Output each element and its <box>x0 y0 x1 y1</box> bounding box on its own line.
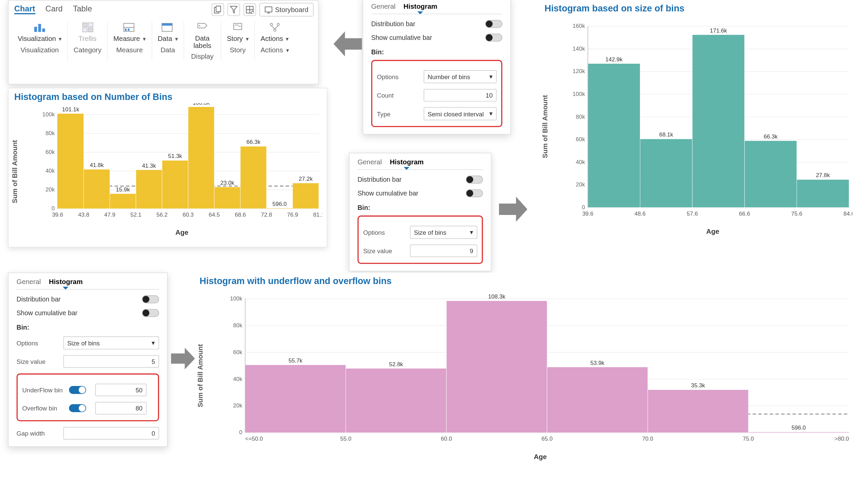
distribution-bar-toggle[interactable] <box>466 176 483 184</box>
size-input[interactable]: 5 <box>63 355 159 367</box>
svg-text:40k: 40k <box>233 376 243 382</box>
options-select[interactable]: Number of bins▾ <box>424 70 497 83</box>
size-input[interactable]: 9 <box>410 244 477 257</box>
label: Show cumulative bar <box>357 190 418 196</box>
svg-text:171.6k: 171.6k <box>710 28 727 34</box>
chevron-down-icon: ▾ <box>489 110 493 117</box>
svg-line-27 <box>271 26 275 29</box>
property-panel-number-bins: General Histogram Distribution bar Show … <box>363 0 511 135</box>
tab-histogram[interactable]: Histogram <box>49 278 83 286</box>
svg-text:100k: 100k <box>42 111 55 118</box>
tab-histogram[interactable]: Histogram <box>390 158 424 166</box>
svg-rect-10 <box>38 24 41 32</box>
chevron-down-icon <box>58 35 62 43</box>
svg-rect-15 <box>88 28 93 32</box>
tab-table[interactable]: Table <box>73 4 92 14</box>
svg-text:66.6: 66.6 <box>739 211 750 217</box>
svg-text:596.0: 596.0 <box>792 425 806 431</box>
svg-text:27.2k: 27.2k <box>299 176 313 182</box>
arrow-right-icon <box>171 348 195 370</box>
data-button[interactable]: Data <box>158 35 178 43</box>
svg-text:55.7k: 55.7k <box>288 358 302 364</box>
svg-text:108.3k: 108.3k <box>488 294 506 300</box>
cumulative-toggle[interactable] <box>142 309 159 317</box>
distribution-bar-toggle[interactable] <box>485 20 502 28</box>
svg-point-24 <box>270 23 272 26</box>
tab-general[interactable]: General <box>371 2 396 10</box>
chart-title: Histogram with underflow and overflow bi… <box>194 273 858 287</box>
tab-card[interactable]: Card <box>45 4 63 14</box>
svg-text:41.8k: 41.8k <box>90 162 104 168</box>
actions-icon <box>267 21 282 33</box>
svg-rect-13 <box>88 23 93 27</box>
storyboard-icon <box>265 6 273 14</box>
group-caption: Story <box>230 46 246 54</box>
chevron-down-icon: ▾ <box>489 73 493 81</box>
cumulative-toggle[interactable] <box>466 189 483 197</box>
overflow-input[interactable]: 80 <box>95 402 147 415</box>
label: Show cumulative bar <box>17 310 77 316</box>
label: Gap width <box>17 430 57 437</box>
visualization-button[interactable]: Visualization <box>18 35 62 43</box>
svg-point-5 <box>251 11 254 14</box>
tab-chart[interactable]: Chart <box>14 4 35 14</box>
svg-text:64.5: 64.5 <box>208 212 220 218</box>
filter-icon[interactable] <box>228 3 240 16</box>
options-select[interactable]: Size of bins▾ <box>63 336 159 349</box>
type-select[interactable]: Semi closed interval▾ <box>424 107 497 120</box>
svg-rect-125 <box>245 365 346 433</box>
svg-rect-9 <box>34 27 37 32</box>
svg-text:140k: 140k <box>572 46 585 52</box>
ribbon-toolbar: Chart Card Table Storyboard Visualizatio… <box>8 0 319 85</box>
svg-rect-96 <box>640 139 692 207</box>
svg-rect-6 <box>265 7 272 12</box>
gap-input[interactable]: 0 <box>63 427 159 439</box>
copy-icon[interactable] <box>212 3 224 16</box>
svg-line-28 <box>275 26 278 29</box>
measure-button[interactable]: Measure <box>114 35 146 43</box>
grid-icon[interactable] <box>244 3 256 16</box>
svg-text:60.0: 60.0 <box>441 436 452 442</box>
svg-rect-102 <box>797 179 849 207</box>
story-button[interactable]: Story <box>227 35 248 43</box>
tab-general[interactable]: General <box>357 158 382 166</box>
svg-point-22 <box>199 25 200 26</box>
underflow-input[interactable]: 50 <box>95 384 147 396</box>
tab-histogram[interactable]: Histogram <box>404 2 437 10</box>
distribution-bar-toggle[interactable] <box>142 296 159 303</box>
svg-text:100k: 100k <box>572 91 585 97</box>
actions-button[interactable]: Actions <box>260 35 289 43</box>
svg-text:57.6: 57.6 <box>687 211 698 217</box>
svg-text:39.6: 39.6 <box>582 211 593 217</box>
tab-general[interactable]: General <box>17 278 41 286</box>
svg-rect-131 <box>547 367 648 433</box>
svg-text:47.9: 47.9 <box>104 212 115 218</box>
count-input[interactable]: 10 <box>424 89 497 101</box>
overflow-toggle[interactable] <box>69 404 86 412</box>
svg-point-25 <box>277 23 279 26</box>
label: Distribution bar <box>371 20 415 27</box>
svg-text:27.8k: 27.8k <box>816 172 830 179</box>
svg-text:80k: 80k <box>233 322 243 329</box>
histogram-plot: 020k40k60k80k100k101.1k41.8k15.9k41.3k51… <box>37 103 327 228</box>
arrow-right-icon <box>499 197 527 222</box>
data-labels-icon <box>195 21 210 33</box>
svg-text:65.0: 65.0 <box>542 436 553 442</box>
svg-rect-133 <box>648 390 748 433</box>
data-labels-button[interactable]: Data labels <box>190 35 215 49</box>
svg-rect-12 <box>83 23 87 27</box>
label: Distribution bar <box>17 296 60 302</box>
chevron-down-icon <box>285 35 289 43</box>
underflow-toggle[interactable] <box>69 386 86 394</box>
label: Distribution bar <box>357 176 401 183</box>
svg-text:81.1: 81.1 <box>313 212 322 218</box>
svg-rect-48 <box>136 170 162 209</box>
property-panel-size-bins: General Histogram Distribution bar Show … <box>349 153 491 271</box>
svg-text:80k: 80k <box>576 114 585 120</box>
trellis-icon <box>80 21 95 33</box>
svg-text:66.3k: 66.3k <box>247 139 260 145</box>
cumulative-toggle[interactable] <box>485 33 502 42</box>
label: Overflow bin <box>22 405 63 412</box>
options-select[interactable]: Size of bins▾ <box>410 226 477 239</box>
storyboard-button[interactable]: Storyboard <box>260 3 314 17</box>
